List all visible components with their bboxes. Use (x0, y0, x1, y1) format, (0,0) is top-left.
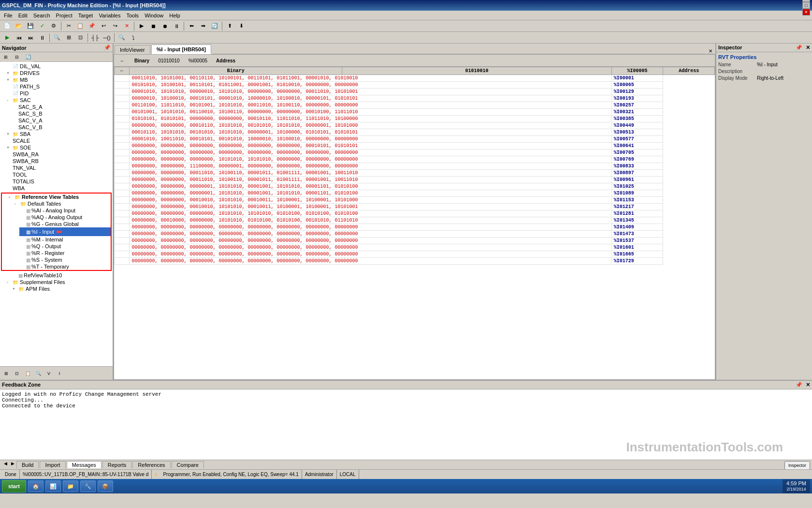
bottom-tab-reports[interactable]: Reports (102, 461, 132, 468)
tree-item-sacsb[interactable]: SAC_S_B (12, 110, 113, 117)
tree-item-tool[interactable]: TOOL (6, 171, 113, 178)
tab-scroll-left[interactable]: ◀ (2, 461, 9, 466)
new-button[interactable]: 📄 (2, 21, 13, 31)
stop-button[interactable]: ⏮ (14, 33, 24, 43)
menu-target[interactable]: Target (75, 12, 96, 19)
menu-file[interactable]: File (1, 12, 15, 19)
close-button[interactable]: ✕ (802, 9, 810, 15)
taskbar-btn-2[interactable]: 📊 (45, 480, 61, 492)
close-tab-button[interactable]: ✕ (709, 48, 712, 54)
inspector-close[interactable]: ✕ (806, 45, 810, 50)
tree-item-g[interactable]: ▦ %G - Genius Global (19, 221, 111, 227)
tree-item-pid[interactable]: PID (6, 90, 113, 97)
tree-item-m[interactable]: ▦ %M - Internal (19, 236, 111, 243)
tab-infoviewer[interactable]: InfoViewer (115, 45, 150, 54)
menu-variables[interactable]: Variables (96, 12, 123, 19)
refresh-button[interactable]: 🔄 (209, 21, 220, 31)
tree-item-paths[interactable]: PATH_S (6, 83, 113, 90)
undo-button[interactable]: ↩ (98, 21, 109, 31)
nav-collapse-button[interactable]: ⊟ (12, 52, 22, 62)
download-button[interactable]: ⬇ (236, 21, 246, 31)
nav-refresh-button[interactable]: 🔄 (23, 52, 33, 62)
tree-item-refviewtable10[interactable]: ▦ RefViewTable10 (12, 272, 113, 279)
menu-project[interactable]: Project (53, 12, 75, 19)
goto-button[interactable]: ⤵ (128, 33, 139, 43)
menu-help[interactable]: Help (166, 12, 183, 19)
tb-btn-c[interactable]: ⏺ (160, 21, 170, 31)
nav-btn-1[interactable]: ⊞ (1, 369, 12, 378)
feedback-close[interactable]: ✕ (806, 382, 810, 388)
start-button[interactable]: start (2, 480, 26, 493)
tb-btn-d[interactable]: ⏸ (171, 21, 182, 31)
tree-item-totalis[interactable]: TOTALIS (6, 178, 113, 185)
maximize-button[interactable]: □ (802, 2, 810, 9)
menu-edit[interactable]: Edit (15, 12, 30, 19)
nav-button-2[interactable]: ➡ (198, 21, 208, 31)
taskbar-btn-5[interactable]: 📦 (98, 480, 113, 492)
paste-button[interactable]: 📌 (87, 21, 97, 31)
bottom-tab-import[interactable]: Import (40, 461, 65, 468)
run-button[interactable]: ▶ (2, 33, 13, 43)
tree-item-s[interactable]: ▦ %S - System (19, 256, 111, 263)
bottom-tab-messages[interactable]: Messages (67, 461, 102, 468)
nav-btn-6[interactable]: I (54, 369, 65, 378)
taskbar-btn-4[interactable]: 🔧 (80, 480, 96, 492)
tree-item-aq[interactable]: ▦ %AQ - Analog Output (19, 214, 111, 221)
tree-item-sba[interactable]: + SBA (6, 131, 113, 137)
inspector-pin[interactable]: 📌 (796, 45, 802, 50)
tree-item-swbarb[interactable]: SWBA_RB (6, 158, 113, 164)
tree-item-i-input[interactable]: ▦ %I - Input ⬅ (19, 227, 111, 236)
tree-item-soe[interactable]: + SOE (6, 144, 113, 151)
tb-btn-a[interactable]: ▶ (136, 21, 147, 31)
feedback-pin[interactable]: 📌 (796, 382, 802, 388)
pause-button[interactable]: ⏸ (37, 33, 47, 43)
bottom-tab-references[interactable]: References (132, 461, 170, 468)
tab-scroll-right[interactable]: ▶ (9, 461, 16, 466)
tree-item-sac[interactable]: - SAC (6, 97, 113, 104)
tree-item-q[interactable]: ▦ %Q - Output (19, 243, 111, 250)
properties-button[interactable]: ⚙ (48, 21, 59, 31)
tree-item-sacsa[interactable]: SAC_S_A (12, 104, 113, 110)
tree-item-supplemental[interactable]: - Supplemental Files (6, 279, 113, 285)
copy-button[interactable]: 📋 (75, 21, 86, 31)
contact-button[interactable]: ┤├ (90, 33, 101, 43)
menu-search[interactable]: Search (30, 12, 53, 19)
tree-item-mb[interactable]: + MB (6, 76, 113, 83)
bottom-tab-build[interactable]: Build (16, 461, 39, 468)
fbd-button[interactable]: ⊡ (75, 33, 86, 43)
tree-item-swbara[interactable]: SWBA_RA (6, 151, 113, 158)
tree-item-tnkval[interactable]: TNK_VAL (6, 164, 113, 171)
zoom-button[interactable]: 🔍 (52, 33, 62, 43)
inspector-tab-button[interactable]: Inspector (784, 461, 810, 469)
menu-tools[interactable]: Tools (123, 12, 142, 19)
taskbar-btn-1[interactable]: 🏠 (28, 480, 44, 492)
bottom-tab-compare[interactable]: Compare (172, 461, 204, 468)
tree-item-apm[interactable]: + APM Files (12, 285, 113, 292)
nav-btn-4[interactable]: 🔍 (33, 369, 44, 378)
nav-btn-2[interactable]: ⊡ (12, 369, 22, 378)
upload-button[interactable]: ⬆ (224, 21, 235, 31)
pin-icon[interactable]: 📌 (104, 45, 111, 50)
tree-item-scale[interactable]: SCALE (6, 137, 113, 144)
tb-btn-b[interactable]: ⏹ (148, 21, 159, 31)
tree-item-default-tables[interactable]: - Default Tables (14, 200, 111, 207)
nav-button-1[interactable]: ⬅ (186, 21, 197, 31)
tree-item-drives[interactable]: + DRIVES (6, 70, 113, 76)
nav-btn-3[interactable]: 📋 (22, 369, 33, 378)
menu-window[interactable]: Window (142, 12, 166, 19)
taskbar-btn-3[interactable]: 📁 (63, 480, 78, 492)
tree-item-sacvb[interactable]: SAC_V_B (12, 124, 113, 131)
delete-button[interactable]: ✕ (121, 21, 132, 31)
coil-button[interactable]: ─() (102, 33, 112, 43)
nav-expand-button[interactable]: ⊞ (0, 52, 11, 62)
back-button[interactable]: ← (115, 56, 130, 65)
tree-item-ai[interactable]: ▦ %AI - Analog Input (19, 207, 111, 214)
tree-item-wba[interactable]: WBA (6, 185, 113, 192)
check-button[interactable]: ✓ (37, 21, 47, 31)
save-button[interactable]: 💾 (25, 21, 36, 31)
tab-input[interactable]: %I - Input [HBR504] (151, 45, 211, 54)
nav-btn-5[interactable]: V (44, 369, 54, 378)
tree-item-refview[interactable]: - Reference View Tables (8, 194, 111, 200)
tree-item-r[interactable]: ▦ %R - Register (19, 250, 111, 256)
redo-button[interactable]: ↪ (110, 21, 120, 31)
